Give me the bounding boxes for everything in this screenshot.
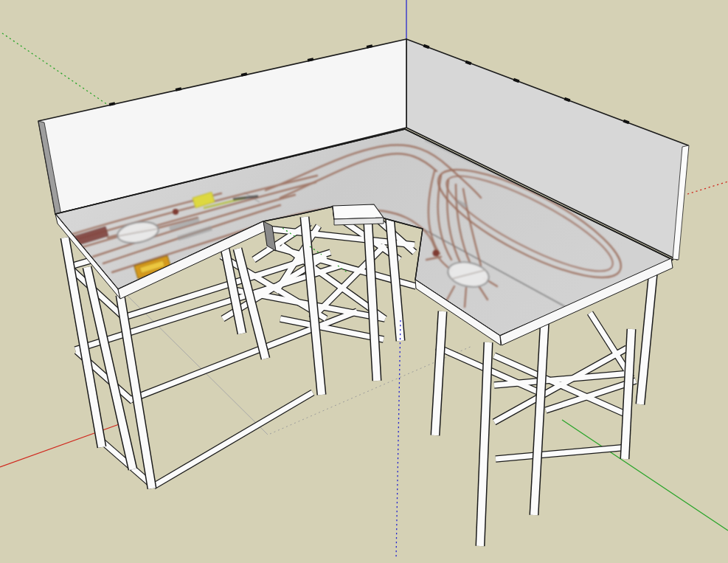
red-dot-left — [173, 209, 178, 215]
corner-filler-board — [333, 204, 384, 225]
model-canvas — [0, 0, 728, 563]
red-dot-right — [433, 250, 440, 257]
sketchup-viewport[interactable] — [0, 0, 728, 563]
